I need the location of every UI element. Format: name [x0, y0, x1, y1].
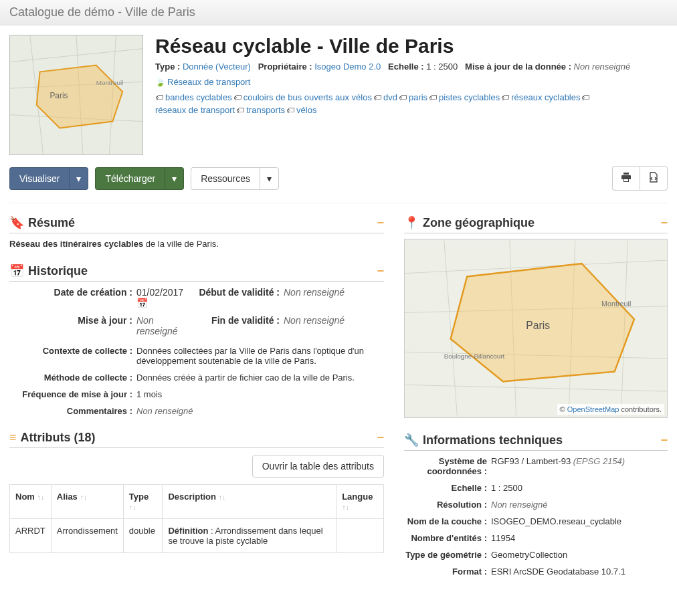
collapse-attrs[interactable]: − — [377, 431, 384, 445]
pin-icon: 📍 — [404, 215, 419, 230]
collapse-geozone[interactable]: − — [660, 216, 668, 230]
list-icon: ≡ — [9, 431, 17, 445]
tag-icon: 🏷 — [373, 93, 381, 102]
geozone-title: Zone géographique — [423, 216, 535, 230]
attrs-title: Attributs (18) — [21, 431, 96, 445]
history-title: Historique — [28, 264, 88, 278]
svg-text:Boulogne-Billancourt: Boulogne-Billancourt — [444, 352, 505, 360]
type-link[interactable]: Donnée (Vecteur) — [183, 62, 251, 72]
th-name[interactable]: Nom ↑↓ — [10, 485, 52, 519]
caret-down-icon: ▾ — [172, 173, 177, 184]
theme-link[interactable]: Réseaux de transport — [167, 77, 250, 87]
tag[interactable]: réseaux cyclables — [511, 92, 580, 102]
calendar-icon: 📅 — [9, 264, 24, 278]
tag-icon: 🏷 — [155, 93, 163, 102]
resume-title: Résumé — [28, 216, 75, 230]
tech-title: Informations techniques — [423, 433, 563, 447]
visualize-button[interactable]: Visualiser — [9, 167, 69, 190]
resources-button[interactable]: Ressources — [191, 167, 260, 190]
print-icon — [621, 172, 632, 183]
tag[interactable]: pistes cyclables — [439, 92, 500, 102]
tag[interactable]: paris — [409, 92, 427, 102]
collapse-history[interactable]: − — [377, 264, 384, 278]
wrench-icon: 🔧 — [404, 433, 419, 447]
calendar-small-icon: 📅 — [136, 298, 148, 308]
th-alias[interactable]: Alias ↑↓ — [51, 485, 123, 519]
xml-button[interactable] — [640, 166, 668, 191]
svg-text:Paris: Paris — [50, 91, 68, 100]
geo-map[interactable]: Paris Montreuil Boulogne-Billancourt © O… — [404, 239, 668, 418]
download-button[interactable]: Télécharger — [95, 167, 165, 190]
tag[interactable]: transports — [246, 105, 285, 115]
caret-down-icon: ▾ — [267, 173, 272, 184]
tag[interactable]: bandes cyclables — [165, 92, 232, 102]
tag-icon: 🏷 — [581, 93, 589, 102]
thumbnail-map: Paris Montreuil — [9, 35, 143, 155]
collapse-resume[interactable]: − — [377, 216, 384, 230]
svg-text:Montreuil: Montreuil — [601, 300, 631, 308]
tag-icon: 🏷 — [399, 93, 407, 102]
meta-line: Type : Donnée (Vecteur) Propriétaire : I… — [155, 62, 668, 72]
tag-icon: 🏷 — [501, 93, 509, 102]
sort-icon: ↑↓ — [342, 503, 349, 511]
table-row: ARRDT Arrondissement double Définition :… — [10, 519, 384, 553]
tag[interactable]: couloirs de bus ouverts aux vélos — [244, 92, 372, 102]
open-attr-table-button[interactable]: Ouvrir la table des attributs — [252, 455, 384, 478]
tag[interactable]: dvd — [383, 92, 397, 102]
bookmark-icon: 🔖 — [9, 215, 24, 230]
th-desc[interactable]: Description ↑↓ — [163, 485, 336, 519]
download-dropdown[interactable]: ▾ — [165, 167, 184, 190]
osm-link[interactable]: OpenStreetMap — [567, 405, 619, 413]
tag[interactable]: réseaux de transport — [155, 105, 235, 115]
print-button[interactable] — [612, 166, 640, 191]
tag[interactable]: vélos — [296, 105, 316, 115]
tag-icon: 🏷 — [233, 93, 241, 102]
page-title: Réseau cyclable - Ville de Paris — [155, 35, 668, 58]
code-file-icon — [648, 172, 659, 183]
leaf-icon: 🍃 — [155, 78, 165, 87]
resources-dropdown[interactable]: ▾ — [260, 167, 279, 190]
owner-link[interactable]: Isogeo Demo 2.0 — [314, 62, 381, 72]
collapse-tech[interactable]: − — [660, 433, 668, 447]
th-type[interactable]: Type ↑↓ — [123, 485, 163, 519]
sort-icon: ↑↓ — [129, 503, 136, 511]
th-lang[interactable]: Langue ↑↓ — [336, 485, 384, 519]
sort-icon: ↑↓ — [37, 493, 45, 501]
visualize-dropdown[interactable]: ▾ — [69, 167, 88, 190]
tags-row: 🏷bandes cyclables 🏷couloirs de bus ouver… — [155, 92, 668, 115]
sort-icon: ↑↓ — [219, 493, 226, 501]
topbar-title: Catalogue de démo - Ville de Paris — [9, 5, 195, 19]
caret-down-icon: ▾ — [76, 173, 81, 184]
attributes-table: Nom ↑↓ Alias ↑↓ Type ↑↓ Description ↑↓ L… — [9, 484, 384, 553]
tag-icon: 🏷 — [429, 93, 437, 102]
sort-icon: ↑↓ — [80, 493, 87, 501]
topbar: Catalogue de démo - Ville de Paris — [0, 0, 677, 25]
svg-text:Montreuil: Montreuil — [96, 79, 124, 86]
svg-text:Paris: Paris — [526, 320, 550, 331]
tag-icon: 🏷 — [286, 106, 294, 115]
summary-text: Réseau des itinéraires cyclables de la v… — [9, 239, 384, 249]
tag-icon: 🏷 — [236, 106, 244, 115]
map-attribution: © OpenStreetMap contributors. — [557, 404, 664, 415]
